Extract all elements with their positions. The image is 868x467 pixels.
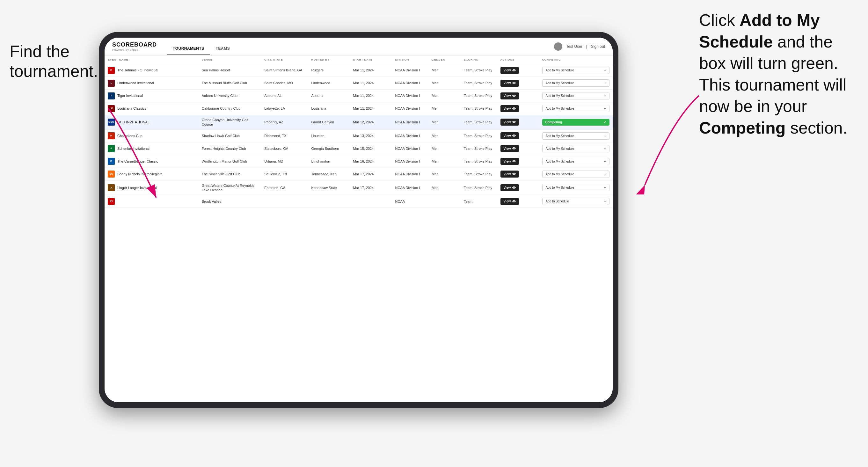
plus-icon: + (604, 199, 606, 203)
cell-gender: Men (428, 180, 461, 195)
cell-actions: View 👁 (497, 77, 539, 90)
app-screen: SCOREBOARD Powered by clippd TOURNAMENTS… (104, 38, 613, 402)
cell-actions: View 👁 (497, 142, 539, 155)
view-button[interactable]: View 👁 (500, 184, 519, 191)
cell-city (261, 195, 308, 208)
competing-button[interactable]: Competing ✓ (542, 119, 610, 126)
col-header-gender: GENDER (428, 56, 461, 64)
event-name-text: Lindenwood Invitational (117, 81, 154, 85)
pipe-separator: | (586, 44, 587, 49)
cell-event-name: R The Johnnie - O Individual (104, 64, 198, 77)
add-schedule-button[interactable]: Add to My Schedule + (542, 67, 610, 74)
cell-scoring: Team, Stroke Play (461, 129, 497, 142)
cell-scoring: Team, Stroke Play (461, 142, 497, 155)
cell-scoring: Team, Stroke Play (461, 155, 497, 168)
add-schedule-button[interactable]: Add to My Schedule + (542, 170, 610, 178)
cell-hosted: Houston (308, 129, 350, 142)
eye-icon: 👁 (512, 94, 516, 98)
cell-city: Lafayette, LA (261, 102, 308, 115)
add-schedule-button[interactable]: Add to Schedule + (542, 198, 610, 205)
cell-scoring: Team, Stroke Play (461, 90, 497, 102)
cell-gender: Men (428, 168, 461, 180)
cell-scoring: Team, Stroke Play (461, 77, 497, 90)
nav-right: Test User | Sign out (554, 42, 605, 51)
event-name-text: Schenkel Invitational (117, 146, 150, 151)
team-logo: H (108, 132, 115, 139)
cell-date: Mar 11, 2024 (350, 64, 392, 77)
cell-actions: View 👁 (497, 90, 539, 102)
cell-division: NCAA Division I (392, 180, 429, 195)
add-schedule-button[interactable]: Add to My Schedule + (542, 132, 610, 139)
col-header-actions: ACTIONS (497, 56, 539, 64)
cell-gender: Men (428, 64, 461, 77)
cell-date: Mar 11, 2024 (350, 77, 392, 90)
cell-date: Mar 11, 2024 (350, 102, 392, 115)
cell-event-name: H Champions Cup (104, 129, 198, 142)
arrow-right-annotation (635, 92, 706, 194)
view-button[interactable]: View 👁 (500, 158, 519, 165)
tab-tournaments[interactable]: TOURNAMENTS (167, 42, 210, 55)
col-header-hosted: HOSTED BY (308, 56, 350, 64)
team-logo: R (108, 67, 115, 74)
team-logo: BN (108, 170, 115, 178)
cell-division: NCAA Division I (392, 77, 429, 90)
plus-icon: + (604, 81, 606, 85)
tab-teams[interactable]: TEAMS (210, 42, 236, 55)
cell-division: NCAA Division I (392, 168, 429, 180)
add-schedule-button[interactable]: Add to My Schedule + (542, 158, 610, 165)
cell-gender: Men (428, 142, 461, 155)
view-button[interactable]: View 👁 (500, 119, 519, 126)
add-schedule-button[interactable]: Add to My Schedule + (542, 184, 610, 191)
cell-city: Eatonton, GA (261, 180, 308, 195)
cell-actions: View 👁 (497, 64, 539, 77)
cell-gender: Men (428, 155, 461, 168)
view-button[interactable]: View 👁 (500, 92, 519, 99)
view-button[interactable]: View 👁 (500, 132, 519, 139)
cell-venue: Grand Canyon University Golf Course (198, 115, 261, 130)
cell-scoring: Team, Stroke Play (461, 64, 497, 77)
view-button[interactable]: View 👁 (500, 80, 519, 87)
cell-venue: Oakbourne Country Club (198, 102, 261, 115)
cell-date: Mar 17, 2024 (350, 168, 392, 180)
cell-date: Mar 12, 2024 (350, 115, 392, 130)
cell-competing: Competing ✓ (539, 115, 613, 130)
cell-city: Saint Simons Island, GA (261, 64, 308, 77)
cell-actions: View 👁 (497, 115, 539, 130)
cell-venue: The Missouri Bluffs Golf Club (198, 77, 261, 90)
team-logo: B (108, 158, 115, 165)
plus-icon: + (604, 68, 606, 72)
cell-event-name: BV (104, 195, 198, 208)
view-button[interactable]: View 👁 (500, 67, 519, 74)
cell-competing: Add to My Schedule + (539, 142, 613, 155)
cell-gender: Men (428, 129, 461, 142)
cell-venue: Shadow Hawk Golf Club (198, 129, 261, 142)
table-container: EVENT NAME VENUE CITY, STATE HOSTED BY S… (104, 56, 613, 402)
cell-venue: Auburn University Club (198, 90, 261, 102)
cell-city: Auburn, AL (261, 90, 308, 102)
add-schedule-button[interactable]: Add to My Schedule + (542, 105, 610, 112)
add-schedule-label: Add to My Schedule (546, 186, 575, 189)
cell-gender (428, 195, 461, 208)
cell-hosted: Rutgers (308, 64, 350, 77)
cell-hosted (308, 195, 350, 208)
add-schedule-button[interactable]: Add to My Schedule + (542, 80, 610, 87)
cell-gender: Men (428, 90, 461, 102)
tablet-device: SCOREBOARD Powered by clippd TOURNAMENTS… (99, 32, 618, 408)
user-avatar (554, 42, 562, 51)
sign-out-link[interactable]: Sign out (591, 44, 605, 49)
logo-sub: Powered by clippd (112, 48, 157, 51)
eye-icon: 👁 (512, 172, 516, 176)
col-header-date: START DATE (350, 56, 392, 64)
col-header-city: CITY, STATE (261, 56, 308, 64)
table-row: BN Bobby Nichols Intercollegiate The Sev… (104, 168, 613, 180)
view-button[interactable]: View 👁 (500, 105, 519, 112)
view-button[interactable]: View 👁 (500, 198, 519, 205)
plus-icon: + (604, 186, 606, 189)
plus-icon: + (604, 173, 606, 176)
add-schedule-button[interactable]: Add to My Schedule + (542, 92, 610, 99)
cell-competing: Add to My Schedule + (539, 155, 613, 168)
cell-date: Mar 11, 2024 (350, 90, 392, 102)
view-button[interactable]: View 👁 (500, 170, 519, 178)
add-schedule-button[interactable]: Add to My Schedule + (542, 145, 610, 152)
view-button[interactable]: View 👁 (500, 145, 519, 152)
